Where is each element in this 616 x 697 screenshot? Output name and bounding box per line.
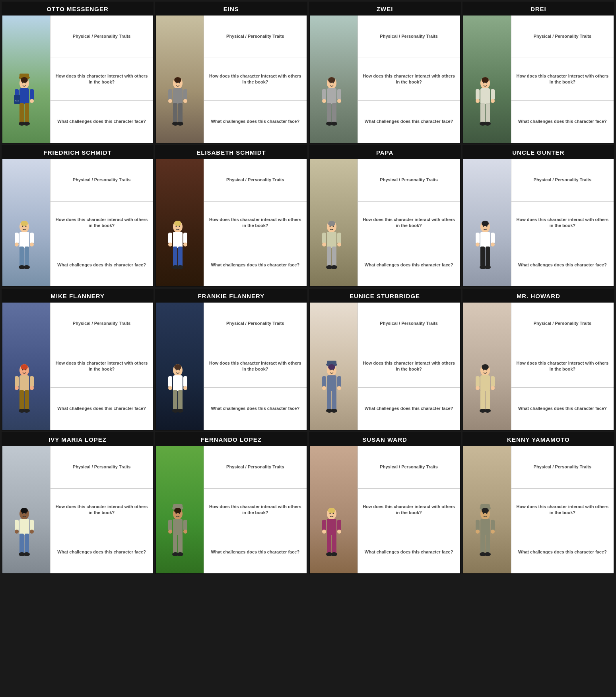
character-image-friedrich [2,159,50,286]
character-figure-mike [12,350,40,430]
character-card-otto: OTTO MESSENGER Book Physical / Personali… [2,2,154,144]
interact-section-frankie: How does this character interact with ot… [204,345,306,388]
svg-rect-32 [327,88,336,104]
svg-point-150 [482,364,489,370]
card-content-howard: Physical / Personality TraitsHow does th… [511,303,614,430]
card-header-drei: DREI [463,2,614,16]
interact-section-kenny: How does this character interact with ot… [511,489,614,531]
interact-label-frankie: How does this character interact with ot… [208,360,302,373]
svg-rect-179 [173,519,183,535]
svg-point-81 [179,226,180,227]
svg-point-79 [177,265,183,269]
svg-rect-138 [327,375,336,391]
challenges-label-eunice: What challenges does this character face… [365,406,453,412]
interact-section-drei: How does this character interact with ot… [511,58,614,101]
challenges-section-fernando: What challenges does this character face… [204,531,306,573]
character-image-kenny [463,446,511,573]
svg-point-28 [176,82,177,83]
svg-rect-128 [173,390,177,410]
svg-point-147 [329,369,330,371]
svg-point-148 [332,369,334,371]
challenges-section-eunice: What challenges does this character face… [358,388,460,430]
svg-point-48 [476,99,480,103]
card-body-uncle: Physical / Personality TraitsHow does th… [463,159,614,286]
svg-point-92 [331,265,337,269]
traits-label-ivy: Physical / Personality Traits [73,464,131,470]
svg-point-119 [22,369,23,371]
svg-point-122 [174,364,181,370]
character-card-kenny: KENNY YAMAMOTO Physical / Personality Tr… [462,432,614,574]
svg-rect-209 [491,520,495,531]
svg-rect-115 [19,390,24,410]
card-body-elisabeth: Physical / Personality TraitsHow does th… [156,159,306,286]
svg-point-211 [491,530,495,534]
card-body-frankie: Physical / Personality TraitsHow does th… [156,303,306,430]
svg-rect-184 [173,534,177,553]
character-image-fernando [156,446,204,573]
challenges-label-zwei: What challenges does this character face… [365,118,453,124]
svg-point-41 [329,82,330,83]
traits-section-drei: Physical / Personality Traits [511,16,614,58]
card-body-papa: Physical / Personality TraitsHow does th… [310,159,460,286]
card-body-zwei: Physical / Personality TraitsHow does th… [310,16,460,143]
svg-point-131 [177,409,183,413]
svg-point-187 [177,552,183,556]
svg-rect-185 [178,534,183,553]
card-header-eunice: EUNICE STURBRIDGE [310,289,460,303]
svg-point-183 [183,530,187,534]
card-header-elisabeth: ELISABETH SCHMIDT [156,146,306,159]
challenges-section-elisabeth: What challenges does this character face… [204,244,306,286]
challenges-section-uncle: What challenges does this character face… [511,244,614,286]
character-grid: OTTO MESSENGER Book Physical / Personali… [0,0,616,576]
svg-point-167 [15,530,19,534]
svg-point-74 [168,243,172,247]
svg-point-109 [21,364,28,370]
svg-point-146 [331,409,337,413]
traits-section-ivy: Physical / Personality Traits [51,446,153,489]
interact-section-papa: How does this character interact with ot… [358,202,460,244]
interact-section-ivy: How does this character interact with ot… [51,489,153,531]
interact-section-susan: How does this character interact with ot… [358,489,460,531]
svg-rect-102 [480,247,485,266]
card-body-howard: Physical / Personality TraitsHow does th… [463,303,614,430]
traits-label-elisabeth: Physical / Personality Traits [226,177,284,183]
svg-point-62 [30,243,34,247]
svg-point-113 [15,386,19,390]
card-content-papa: Physical / Personality TraitsHow does th… [358,159,460,286]
challenges-label-howard: What challenges does this character face… [518,406,607,412]
svg-rect-103 [486,247,490,266]
character-card-uncle: UNCLE GUNTER Physical / Personality Trai… [462,145,614,287]
svg-rect-153 [491,376,495,387]
svg-point-53 [484,122,491,126]
card-header-otto: OTTO MESSENGER [2,2,153,16]
svg-point-168 [30,530,34,534]
interact-section-otto: How does this character interact with ot… [51,58,153,101]
character-figure-uncle [473,207,501,286]
card-header-ivy: IVY MARIA LOPEZ [2,433,153,446]
character-figure-kenny [473,494,501,573]
interact-section-howard: How does this character interact with ot… [511,345,614,388]
card-body-kenny: Physical / Personality TraitsHow does th… [463,446,614,573]
svg-rect-111 [15,376,19,387]
svg-point-57 [21,221,28,226]
card-content-drei: Physical / Personality TraitsHow does th… [511,16,614,143]
interact-section-uncle: How does this character interact with ot… [511,202,614,244]
svg-point-210 [476,530,480,534]
challenges-section-mike: What challenges does this character face… [51,388,153,430]
challenges-label-friedrich: What challenges does this character face… [57,262,146,268]
interact-label-fernando: How does this character interact with ot… [208,504,302,516]
svg-rect-99 [491,233,495,244]
svg-point-12 [23,122,30,126]
svg-point-216 [483,513,484,514]
svg-point-27 [177,122,183,126]
svg-point-23 [183,99,187,103]
svg-point-195 [322,530,326,534]
character-card-fernando: FERNANDO LOPEZ Physical / Personality Tr… [155,432,307,574]
character-image-mike [2,303,50,430]
svg-rect-45 [480,88,490,104]
interact-section-elisabeth: How does this character interact with ot… [204,202,306,244]
character-image-drei [463,16,511,143]
svg-point-88 [337,243,341,247]
card-content-otto: Physical / Personality TraitsHow does th… [50,16,153,143]
svg-point-31 [328,77,335,83]
